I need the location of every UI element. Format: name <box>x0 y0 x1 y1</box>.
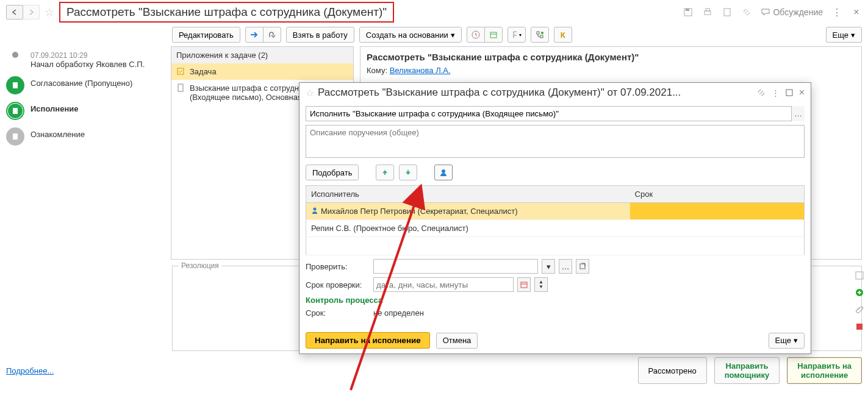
send-to-execution-button[interactable]: Направить наисполнение <box>787 357 862 384</box>
table-row[interactable]: Репин С.В. (Проектное бюро, Специалист) <box>306 220 805 237</box>
forward-arrow-button[interactable] <box>245 27 264 43</box>
svg-rect-15 <box>856 272 863 279</box>
dialog-kebab-icon[interactable]: ⋮ <box>772 88 780 98</box>
svg-rect-1 <box>686 9 689 11</box>
report-icon[interactable] <box>722 7 733 18</box>
svg-rect-12 <box>13 133 18 140</box>
attachments-header: Приложения к задаче (2) <box>171 47 353 63</box>
step-label: Исполнение <box>30 104 78 113</box>
check-open-button[interactable] <box>576 259 589 274</box>
check-deadline-label: Срок проверки: <box>306 280 370 289</box>
exec-name: Михайлов Петр Петрович <box>321 207 415 216</box>
clock-icon-button[interactable] <box>467 27 485 43</box>
step-date: 07.09.2021 10:29 <box>30 51 145 60</box>
move-down-button[interactable] <box>399 165 417 180</box>
svg-rect-22 <box>521 282 527 288</box>
svg-rect-2 <box>705 11 711 15</box>
description-textarea[interactable] <box>306 125 805 158</box>
right-side-strip <box>852 268 868 335</box>
step-text: Начал обработку Яковлев С.П. <box>30 60 145 69</box>
more-button[interactable]: Еще ▾ <box>826 27 862 43</box>
step-review-icon <box>6 127 24 146</box>
dialog-star-icon[interactable]: ☆ <box>306 87 314 99</box>
attach-icon[interactable] <box>855 305 866 316</box>
step-approval-icon <box>6 76 24 94</box>
kebab-menu-icon[interactable]: ⋮ <box>831 7 842 18</box>
create-based-button[interactable]: Создать на основании ▾ <box>359 27 462 43</box>
document-icon <box>176 83 186 92</box>
check-dots-button[interactable]: … <box>559 259 572 274</box>
flag-strip-icon[interactable] <box>855 322 866 333</box>
chevron-down-icon: ▾ <box>851 30 855 40</box>
edit-button[interactable]: Редактировать <box>172 27 240 43</box>
discuss-label: Обсуждение <box>773 7 823 17</box>
favorite-star-icon[interactable]: ☆ <box>45 5 54 19</box>
page-title: Рассмотреть "Взыскание штрафа с сотрудни… <box>59 2 394 23</box>
execution-dialog: ☆ Рассмотреть "Взыскание штрафа с сотруд… <box>299 82 811 354</box>
check-dropdown-button[interactable]: ▾ <box>542 259 555 274</box>
task-name-dots-button[interactable]: … <box>791 106 805 121</box>
attachment-item[interactable]: Задача <box>171 63 353 80</box>
save-icon[interactable] <box>683 7 694 18</box>
exec-name: Репин С.В. (Проектное бюро, Специалист) <box>306 220 630 237</box>
note-icon[interactable] <box>855 271 866 282</box>
svg-rect-4 <box>724 9 730 16</box>
check-input[interactable] <box>373 259 538 274</box>
calendar-icon-button[interactable] <box>484 27 503 43</box>
k-icon-button[interactable]: К <box>554 27 572 43</box>
control-process-label: Контроль процесса <box>306 296 805 305</box>
svg-rect-8 <box>540 35 543 38</box>
print-icon[interactable] <box>702 7 713 18</box>
col-executor: Исполнитель <box>306 186 630 203</box>
close-page-icon[interactable]: × <box>851 7 862 18</box>
dialog-more-button[interactable]: Еще ▾ <box>769 333 805 349</box>
table-row[interactable]: Михайлов Петр Петрович (Секретариат, Спе… <box>306 203 805 220</box>
attachment-label: Задача <box>190 67 217 76</box>
stepper-button[interactable]: ▲▼ <box>534 277 548 292</box>
discuss-button[interactable]: Обсуждение <box>761 7 823 17</box>
send-to-assistant-button[interactable]: Направитьпомощнику <box>714 357 780 384</box>
more-link[interactable]: Подробнее... <box>6 366 54 375</box>
select-executor-button[interactable]: Подобрать <box>306 165 359 180</box>
chevron-down-icon: ▾ <box>451 30 455 40</box>
svg-rect-13 <box>178 68 184 74</box>
check-deadline-input[interactable] <box>373 277 514 292</box>
svg-point-19 <box>442 169 445 173</box>
process-sidebar: 07.09.2021 10:29 Начал обработку Яковлев… <box>6 46 165 260</box>
send-execution-button[interactable]: Направить на исполнение <box>306 332 430 349</box>
to-link[interactable]: Великанова Л.А. <box>390 66 451 75</box>
dialog-title: Рассмотреть "Взыскание штрафа с сотрудни… <box>318 87 757 99</box>
link-icon[interactable] <box>741 7 752 18</box>
tree-icon-button[interactable] <box>531 27 549 43</box>
redirect-button[interactable] <box>263 27 281 43</box>
add-person-button[interactable] <box>434 165 453 180</box>
flag-button[interactable]: ▾ <box>508 27 526 43</box>
svg-point-9 <box>541 32 543 34</box>
dialog-link-icon[interactable] <box>757 88 766 97</box>
add-icon[interactable] <box>855 288 866 299</box>
exec-role: (Секретариат, Специалист) <box>415 207 518 216</box>
calendar-button[interactable] <box>517 277 531 292</box>
svg-point-20 <box>314 208 317 211</box>
svg-rect-11 <box>13 108 18 114</box>
step-label: Ознакомление <box>30 130 85 139</box>
executors-table: Исполнитель Срок Михайлов Петр Петрович … <box>306 185 805 255</box>
reviewed-button[interactable]: Рассмотрено <box>638 357 707 384</box>
step-label: Согласование (Пропущено) <box>30 79 132 88</box>
to-label: Кому: <box>367 66 390 75</box>
main-panel-title: Рассмотреть "Взыскание штрафа с сотрудни… <box>367 52 855 62</box>
move-up-button[interactable] <box>376 165 394 180</box>
exec-deadline-cell[interactable] <box>630 220 805 237</box>
nav-back-button[interactable] <box>6 5 23 20</box>
nav-forward-button[interactable] <box>23 5 40 20</box>
dialog-close-icon[interactable]: × <box>799 87 805 98</box>
step-execution-icon <box>6 102 24 120</box>
svg-rect-21 <box>580 264 585 269</box>
task-name-input[interactable] <box>306 106 805 121</box>
exec-deadline-cell[interactable] <box>630 203 805 220</box>
take-to-work-button[interactable]: Взять в работу <box>286 27 354 43</box>
task-icon <box>176 67 186 76</box>
check-label: Проверить: <box>306 262 370 271</box>
dialog-maximize-icon[interactable] <box>786 89 793 96</box>
cancel-button[interactable]: Отмена <box>436 333 478 349</box>
